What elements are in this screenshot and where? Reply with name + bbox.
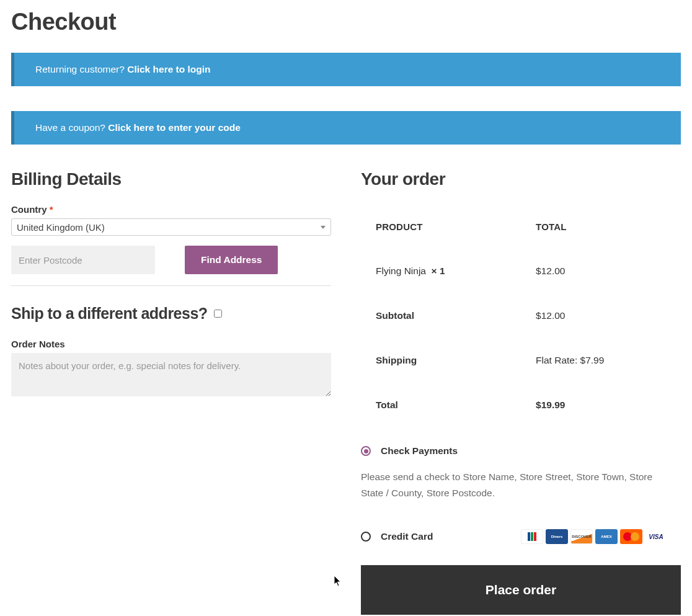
col-product: PRODUCT [362,205,521,248]
find-address-button[interactable]: Find Address [185,246,278,274]
jcb-icon [521,529,543,544]
table-row: Total $19.99 [362,383,680,427]
notice-text: Returning customer? [35,64,127,74]
table-row: Flying Ninja × 1 $12.00 [362,249,680,293]
visa-icon: VISA [645,529,667,544]
radio-icon [361,532,371,542]
ship-different-checkbox[interactable] [214,310,222,318]
total-label: Total [362,383,521,427]
total-value: $19.99 [522,383,680,427]
returning-customer-notice: Returning customer? Click here to login [11,53,681,86]
payment-check-description: Please send a check to Store Name, Store… [361,463,681,513]
product-qty: × 1 [432,266,445,276]
card-icons: Diners DISCOVER AMEX VISA [521,529,667,544]
col-total: TOTAL [522,205,680,248]
order-notes-input[interactable] [11,353,331,396]
order-summary-table: PRODUCT TOTAL Flying Ninja × 1 $12.00 Su… [361,204,681,428]
payment-credit-label: Credit Card [381,531,433,542]
login-link[interactable]: Click here to login [127,64,210,74]
payment-option-credit[interactable]: Credit Card Diners DISCOVER AMEX VISA [361,513,681,560]
shipping-label: Shipping [362,339,521,382]
diners-icon: Diners [546,529,568,544]
subtotal-label: Subtotal [362,294,521,337]
radio-icon [361,446,371,456]
amex-icon: AMEX [595,529,618,544]
order-notes-label: Order Notes [11,339,331,349]
chevron-down-icon [321,226,326,229]
country-select[interactable]: United Kingdom (UK) [11,218,331,236]
subtotal-value: $12.00 [522,294,680,337]
page-title: Checkout [11,9,681,35]
country-label: Country * [11,204,331,215]
mastercard-icon [620,529,642,544]
product-total: $12.00 [522,249,680,293]
coupon-notice: Have a coupon? Click here to enter your … [11,111,681,145]
payment-option-check[interactable]: Check Payments [361,434,681,463]
table-row: Shipping Flat Rate: $7.99 [362,339,680,382]
country-value: United Kingdom (UK) [17,222,105,233]
discover-icon: DISCOVER [570,529,593,544]
country-label-text: Country [11,204,47,215]
shipping-value: Flat Rate: $7.99 [522,339,680,382]
product-name: Flying Ninja [376,266,426,276]
order-heading: Your order [361,169,681,189]
required-mark: * [50,204,53,215]
notice-text: Have a coupon? [35,122,108,133]
billing-heading: Billing Details [11,169,331,189]
coupon-link[interactable]: Click here to enter your code [108,122,241,133]
postcode-input[interactable] [11,246,155,274]
ship-different-heading: Ship to a different address? [11,305,208,322]
place-order-button[interactable]: Place order [361,565,681,615]
table-row: Subtotal $12.00 [362,294,680,337]
payment-check-label: Check Payments [381,445,458,457]
